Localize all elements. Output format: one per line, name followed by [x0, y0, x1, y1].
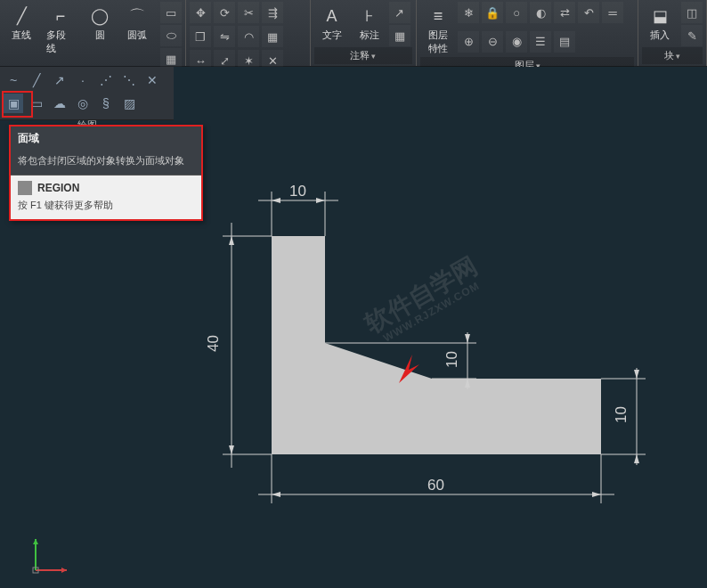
svg-marker-1 — [61, 568, 67, 573]
multi-icon[interactable]: ✕ — [142, 70, 162, 90]
drawing-svg: 10 40 10 10 — [174, 67, 707, 588]
arc-icon: ⌒ — [125, 4, 150, 29]
line-tool[interactable]: ╱ 直线 — [4, 2, 39, 69]
dim-icon: ⊦ — [357, 4, 382, 29]
cur-icon[interactable]: ◉ — [506, 31, 527, 53]
dim-right-value: 10 — [613, 406, 630, 423]
measure-icon[interactable]: ⋱ — [119, 70, 139, 90]
tooltip-command: REGION — [37, 182, 79, 194]
del-icon[interactable]: ⊖ — [482, 31, 503, 53]
text-icon: A — [320, 4, 345, 29]
table-icon[interactable]: ▦ — [389, 25, 410, 46]
svg-marker-8 — [272, 198, 280, 203]
layerprops-tool[interactable]: ≡ 图层 特性 — [420, 2, 456, 57]
edit-icon[interactable]: ✎ — [681, 25, 703, 46]
match-icon[interactable]: ⇄ — [554, 2, 575, 23]
panel-modify: ✥ ⟳ ✂ ⇶ ❐ ⇋ ◠ ▦ ↔ ⤢ ✶ ✕ 修改 — [186, 0, 310, 66]
dim-bottom-value: 60 — [427, 477, 444, 494]
insert-tool[interactable]: ⬓ 插入 — [642, 2, 678, 46]
donut-icon[interactable]: ◎ — [73, 94, 93, 113]
insert-label: 插入 — [650, 29, 670, 42]
off-icon[interactable]: ○ — [506, 2, 527, 23]
line-icon: ╱ — [9, 4, 34, 29]
boundary-icon[interactable]: ▨ — [119, 94, 139, 113]
prev-icon[interactable]: ↶ — [578, 2, 599, 23]
panel-annotate: A 文字 ⊦ 标注 ↗ ▦ 注释 — [311, 0, 418, 66]
svg-marker-23 — [634, 370, 639, 379]
trim-icon[interactable]: ✂ — [238, 2, 259, 23]
array-icon[interactable]: ▦ — [262, 26, 283, 47]
circle-tool[interactable]: ◯ 圆 — [82, 2, 118, 69]
divide-icon[interactable]: ⋰ — [96, 70, 116, 90]
dim-label: 标注 — [360, 29, 379, 42]
wipeout-icon[interactable]: ▭ — [27, 94, 46, 113]
block-title[interactable]: 块 — [664, 50, 680, 61]
fillet-icon[interactable]: ◠ — [238, 26, 259, 47]
iso-icon[interactable]: ◐ — [530, 2, 551, 23]
offset-icon[interactable]: ⇶ — [262, 2, 283, 23]
insert-icon: ⬓ — [647, 4, 672, 29]
ribbon: ╱ 直线 ⌐ 多段线 ◯ 圆 ⌒ 圆弧 ▭ ⬭ ▦ ✥ — [0, 0, 707, 67]
lock-icon[interactable]: 🔒 — [482, 2, 503, 23]
svg-marker-24 — [634, 454, 639, 463]
dim-top-width: 10 — [258, 183, 338, 236]
spline-icon[interactable]: ~ — [4, 70, 23, 90]
tooltip-help: 按 F1 键获得更多帮助 — [11, 197, 201, 219]
polyline-icon: ⌐ — [48, 4, 73, 29]
freeze-icon[interactable]: ❄ — [458, 2, 479, 23]
text-label: 文字 — [322, 29, 342, 42]
walk-icon[interactable]: ☰ — [530, 31, 551, 53]
mirror-icon[interactable]: ⇋ — [214, 26, 235, 47]
panel-layer: ≡ 图层 特性 ❄ 🔒 ○ ◐ ⇄ ↶ ═ ⊕ ⊖ ◉ ☰ ▤ 图层 — [417, 0, 638, 66]
ucs-icon — [22, 530, 76, 584]
dim-left-height: 40 — [205, 223, 272, 468]
drawing-canvas[interactable]: 10 40 10 10 — [174, 67, 707, 588]
xline-icon[interactable]: ╱ — [27, 70, 46, 90]
svg-marker-29 — [592, 492, 601, 497]
svg-marker-3 — [33, 539, 38, 544]
copy-icon[interactable]: ❐ — [190, 26, 211, 47]
svg-marker-13 — [229, 236, 234, 245]
region-tooltip: 面域 将包含封闭区域的对象转换为面域对象 REGION 按 F1 键获得更多帮助 — [9, 125, 203, 221]
region-tool[interactable]: ▣ — [4, 94, 23, 113]
move-icon[interactable]: ✥ — [190, 2, 211, 23]
leader-icon[interactable]: ↗ — [389, 2, 410, 23]
l-shape-region — [272, 236, 601, 454]
dim-left-value: 40 — [205, 335, 222, 352]
state-icon[interactable]: ▤ — [554, 31, 575, 53]
dim-top-value: 10 — [289, 183, 306, 200]
merge-icon[interactable]: ⊕ — [458, 31, 479, 53]
circle-label: 圆 — [95, 29, 105, 42]
svg-marker-28 — [272, 492, 280, 497]
ellipse-icon[interactable]: ⬭ — [160, 25, 182, 46]
panel-draw: ╱ 直线 ⌐ 多段线 ◯ 圆 ⌒ 圆弧 ▭ ⬭ ▦ — [0, 0, 186, 66]
polyline-tool[interactable]: ⌐ 多段线 — [41, 2, 80, 69]
tooltip-command-row: REGION — [11, 176, 201, 197]
ray-icon[interactable]: ↗ — [50, 70, 69, 90]
annotate-title[interactable]: 注释 — [350, 50, 376, 61]
create-icon[interactable]: ◫ — [681, 2, 703, 23]
lw-icon[interactable]: ═ — [602, 2, 623, 23]
svg-marker-18 — [465, 334, 470, 343]
text-tool[interactable]: A 文字 — [314, 2, 350, 46]
panel-block: ⬓ 插入 ◫ ✎ 块 — [638, 0, 707, 66]
dim-mid-value: 10 — [443, 351, 460, 368]
arc-label: 圆弧 — [127, 29, 147, 42]
svg-marker-9 — [316, 198, 325, 203]
layerprops-label: 图层 特性 — [428, 29, 448, 55]
dim-right-height: 10 — [601, 368, 646, 465]
revcloud-icon[interactable]: ☁ — [50, 94, 69, 113]
point-icon[interactable]: · — [73, 70, 93, 90]
circle-icon: ◯ — [87, 4, 112, 29]
draw-subpanel: ~ ╱ ↗ · ⋰ ⋱ ✕ ▣ ▭ ☁ ◎ § ▨ 绘图 — [0, 67, 174, 120]
rotate-icon[interactable]: ⟳ — [214, 2, 235, 23]
polyline-label: 多段线 — [46, 29, 75, 55]
line-label: 直线 — [12, 29, 31, 42]
dim-tool[interactable]: ⊦ 标注 — [352, 2, 387, 46]
rect-icon[interactable]: ▭ — [160, 2, 182, 23]
arc-tool[interactable]: ⌒ 圆弧 — [119, 2, 155, 69]
dim-bottom-width: 60 — [258, 454, 614, 503]
region-cmd-icon — [18, 181, 32, 195]
helix-icon[interactable]: § — [96, 94, 116, 113]
layer-icon: ≡ — [426, 4, 451, 29]
